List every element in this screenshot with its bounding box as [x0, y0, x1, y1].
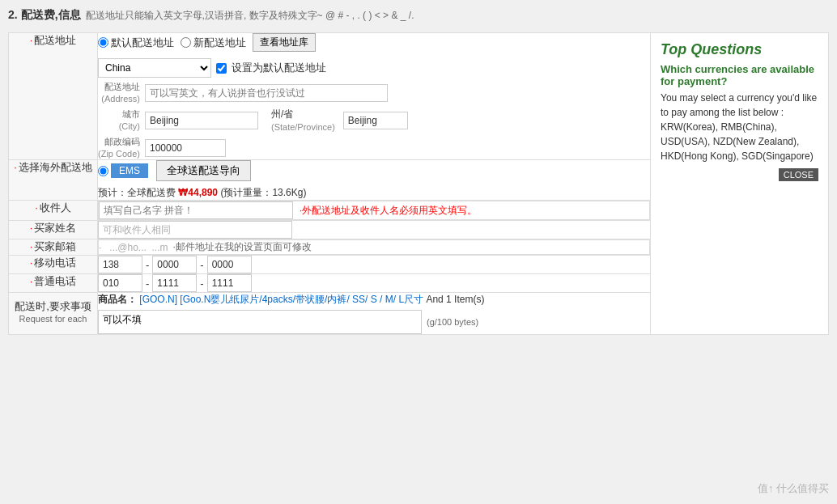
address-label-cell: ·配送地址: [9, 33, 98, 160]
new-address-option[interactable]: 新配送地址: [181, 36, 246, 50]
estimate-weight: (预计重量：13.6Kg): [220, 187, 306, 198]
state-label: 州/省 (State/Province): [271, 108, 335, 133]
address-field-label: 配送地址 (Address): [98, 81, 140, 104]
phone-part3[interactable]: [207, 274, 252, 292]
state-input[interactable]: [343, 112, 408, 129]
buyer-name-label: 买家姓名: [34, 222, 76, 234]
address-fields-grid: 配送地址 (Address) 城市 (City) 州/省: [98, 81, 650, 159]
mobile-label: 移动电话: [34, 256, 76, 269]
buyer-name-label-cell: ·买家姓名: [9, 221, 98, 239]
phone-dash1: -: [146, 277, 149, 290]
email-note: ·邮件地址在我的设置页面可修改: [173, 240, 312, 254]
city-input[interactable]: [145, 112, 258, 129]
email-value: · ...@ho... ...m: [99, 242, 168, 253]
mobile-label-cell: ·移动电话: [9, 256, 98, 274]
required-marker-7: ·: [30, 275, 33, 287]
country-row: China 设置为默认配送地址: [98, 58, 650, 78]
request-sublabel: Request for each: [9, 314, 97, 324]
city-field-label: 城市 (City): [98, 108, 140, 132]
new-address-label: 新配送地址: [193, 36, 246, 50]
phone-row-fields: - -: [98, 274, 650, 292]
mobile-phone-row: - -: [98, 256, 650, 273]
top-questions-question: Which currencies are available for payme…: [661, 63, 818, 87]
side-panel: Top Questions Which currencies are avail…: [651, 33, 829, 335]
section-subtitle: 配送地址只能输入英文字母,汉语拼音, 数字及特殊文字~ @ # - , . ( …: [86, 9, 414, 23]
section-number: 2.: [8, 8, 18, 21]
default-address-radio[interactable]: [98, 37, 108, 48]
product-label: 商品名：: [98, 294, 137, 305]
address-input[interactable]: [145, 84, 388, 102]
estimate-price: ₩44,890: [178, 187, 218, 198]
mobile-dash1: -: [146, 259, 149, 271]
city-state-row: 州/省 (State/Province): [145, 108, 650, 133]
shipping-method-options: EMS 全球送配送导向: [98, 160, 650, 181]
top-questions-answer: You may select a currency you'd like to …: [661, 91, 818, 163]
recipient-label: 收件人: [40, 201, 71, 214]
buyer-email-label: 买家邮箱: [34, 240, 76, 252]
address-label: 配送地址: [34, 34, 76, 46]
zip-field-label: 邮政编码 (Zip Code): [98, 136, 140, 159]
recipient-label-cell: ·收件人: [9, 201, 98, 221]
product-name-link[interactable]: [GOO.N] [Goo.N婴儿纸尿片/4packs/带状腰/内裤/ SS/ S…: [139, 294, 423, 305]
phone-content: - -: [98, 274, 651, 293]
shipping-estimate: 预计：全球配送费 ₩44,890 (预计重量：13.6Kg): [98, 186, 650, 200]
recipient-content: ·外配送地址及收件人名必须用英文填写。: [98, 201, 650, 220]
default-address-label: 默认配送地址: [111, 36, 174, 50]
country-select[interactable]: China: [98, 58, 211, 78]
required-marker-3: ·: [35, 201, 38, 214]
buyer-email-content: · ...@ho... ...m ·邮件地址在我的设置页面可修改: [98, 239, 650, 255]
mobile-part2[interactable]: [152, 256, 197, 273]
phone-label-cell: ·普通电话: [9, 274, 98, 293]
recipient-input[interactable]: [99, 201, 293, 219]
request-input-row: 可以不填 (g/100 bytes): [98, 310, 650, 334]
request-label-cell: 配送时,要求事项 Request for each: [9, 293, 98, 335]
top-questions-title: Top Questions: [661, 41, 818, 58]
buyer-name-content: [98, 221, 651, 239]
shipping-method-label-cell: ·选择海外配送地: [9, 160, 98, 201]
view-address-button[interactable]: 查看地址库: [253, 33, 316, 52]
byte-count: (g/100 bytes): [427, 317, 478, 327]
request-content: 商品名： [GOO.N] [Goo.N婴儿纸尿片/4packs/带状腰/内裤/ …: [98, 293, 651, 335]
ems-radio[interactable]: [98, 166, 108, 176]
section-title: 配送费,信息: [21, 8, 81, 23]
phone-part1[interactable]: [98, 274, 142, 292]
shipping-method-label: 选择海外配送地: [19, 161, 92, 173]
mobile-part3[interactable]: [207, 256, 252, 273]
mobile-part1[interactable]: [98, 256, 142, 273]
phone-dash2: -: [200, 277, 203, 290]
buyer-email-label-cell: ·买家邮箱: [9, 239, 98, 256]
buyer-name-input[interactable]: [98, 221, 292, 239]
required-marker-4: ·: [30, 222, 33, 234]
recipient-note: ·外配送地址及收件人名必须用英文填写。: [300, 204, 477, 218]
default-address-option[interactable]: 默认配送地址: [98, 36, 174, 50]
and-items: And 1 Item(s): [426, 294, 484, 305]
request-main-label: 配送时,要求事项: [9, 299, 97, 314]
required-marker-6: ·: [30, 256, 33, 269]
global-shipping-button[interactable]: 全球送配送导向: [156, 160, 251, 181]
shipping-method-content: EMS 全球送配送导向 预计：全球配送费 ₩44,890 (预计重量：13.6K…: [98, 160, 651, 201]
phone-part2[interactable]: [152, 274, 197, 292]
ems-option[interactable]: EMS: [98, 163, 148, 178]
address-options-row: 默认配送地址 新配送地址 查看地址库: [98, 33, 650, 52]
new-address-radio[interactable]: [181, 37, 191, 48]
required-marker: ·: [30, 34, 33, 46]
set-default-checkbox[interactable]: [216, 63, 227, 74]
mobile-content: - -: [98, 256, 651, 274]
set-default-label: 设置为默认配送地址: [232, 61, 326, 75]
zip-input[interactable]: [145, 139, 226, 157]
required-marker-5: ·: [30, 240, 33, 252]
top-questions-panel: Top Questions Which currencies are avail…: [651, 33, 828, 172]
request-textarea[interactable]: 可以不填: [98, 310, 422, 334]
phone-label: 普通电话: [34, 275, 76, 287]
address-content-cell: 默认配送地址 新配送地址 查看地址库 China: [98, 33, 651, 160]
mobile-dash2: -: [200, 259, 203, 271]
ems-label: EMS: [111, 163, 148, 178]
estimate-label: 预计：全球配送费: [98, 187, 176, 198]
close-button[interactable]: CLOSE: [779, 168, 818, 181]
product-name-row: 商品名： [GOO.N] [Goo.N婴儿纸尿片/4packs/带状腰/内裤/ …: [98, 293, 650, 307]
required-marker-2: ·: [14, 161, 17, 173]
